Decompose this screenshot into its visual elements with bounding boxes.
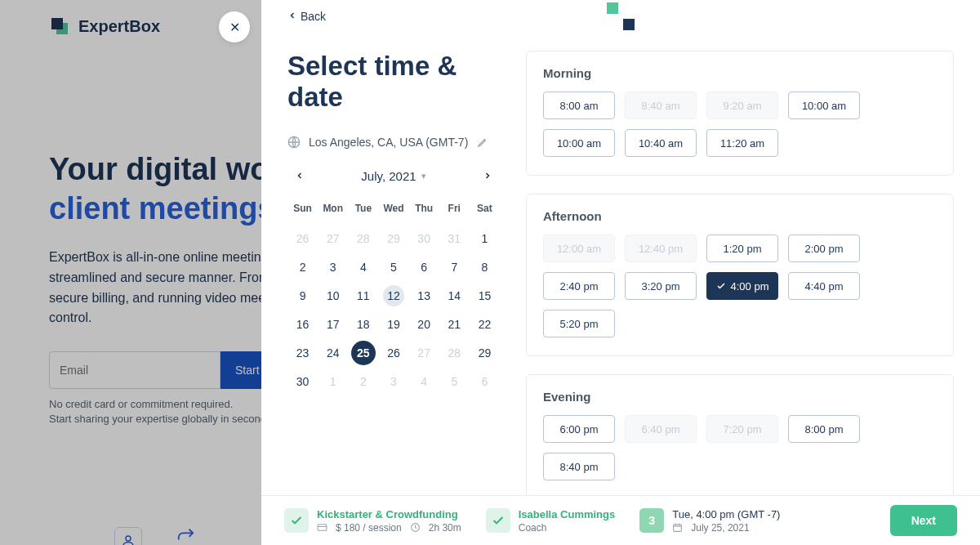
time-group-label: Morning [543, 66, 937, 80]
time-group-label: Evening [543, 390, 937, 404]
time-slot[interactable]: 2:00 pm [788, 235, 860, 262]
timezone-label: Los Angeles, CA, USA (GMT-7) [309, 136, 468, 149]
time-slot[interactable]: 3:20 pm [625, 272, 697, 300]
time-slot: 12:40 pm [625, 235, 697, 262]
time-slot[interactable]: 4:40 pm [788, 272, 860, 300]
calendar-day[interactable]: 13 [409, 281, 439, 310]
calendar-day[interactable]: 23 [287, 338, 318, 367]
time-slot: 6:40 pm [625, 415, 697, 443]
time-slot[interactable]: 8:40 pm [543, 453, 615, 480]
time-slot[interactable]: 8:00 pm [788, 415, 860, 443]
next-button[interactable]: Next [890, 505, 957, 536]
calendar-day[interactable]: 24 [318, 338, 348, 367]
time-slot[interactable]: 10:40 am [625, 129, 697, 157]
calendar-day[interactable]: 30 [287, 367, 318, 395]
calendar-day[interactable]: 18 [348, 310, 378, 338]
time-slot[interactable]: 4:00 pm [706, 272, 778, 300]
calendar-day[interactable]: 11 [348, 281, 378, 310]
calendar-day: 26 [287, 224, 318, 252]
calendar-day[interactable]: 7 [439, 252, 470, 281]
calendar-day[interactable]: 4 [348, 252, 378, 281]
check-icon [486, 508, 510, 533]
calendar-day[interactable]: 10 [318, 281, 348, 310]
booking-modal: Back Select time & date Los Angeles, CA,… [261, 0, 980, 545]
service-price: $ 180 / session [336, 522, 402, 534]
calendar-day[interactable]: 14 [439, 281, 470, 310]
calendar-day[interactable]: 16 [287, 310, 318, 338]
calendar-day: 4 [409, 367, 439, 395]
summary-service: Kickstarter & Crowdfunding $ 180 / sessi… [284, 508, 461, 534]
svg-rect-4 [674, 525, 682, 532]
calendar-day[interactable]: 3 [318, 252, 348, 281]
calendar-day: 29 [378, 224, 408, 252]
calendar-day[interactable]: 2 [287, 252, 318, 281]
calendar-day: 31 [439, 224, 470, 252]
summary-datetime: 3 Tue, 4:00 pm (GMT -7) July 25, 2021 [639, 508, 780, 534]
calendar-day[interactable]: 26 [378, 338, 408, 367]
calendar-month-select[interactable]: July, 2021 ▾ [361, 169, 425, 183]
back-button[interactable]: Back [287, 10, 326, 23]
calendar-day[interactable]: 8 [470, 252, 500, 281]
calendar-day[interactable]: 15 [470, 281, 500, 310]
close-button[interactable]: ✕ [219, 11, 250, 42]
calendar-weekday: Wed [378, 203, 408, 224]
service-duration: 2h 30m [429, 522, 461, 534]
expert-name: Isabella Cummings [519, 508, 615, 520]
time-slot[interactable]: 1:20 pm [706, 235, 778, 262]
timezone-row[interactable]: Los Angeles, CA, USA (GMT-7) [287, 136, 500, 163]
calendar-day[interactable]: 5 [378, 252, 408, 281]
expert-role: Coach [519, 522, 547, 534]
calendar-day: 28 [348, 224, 378, 252]
calendar-weekday: Sun [287, 203, 318, 224]
time-slot[interactable]: 6:00 pm [543, 415, 615, 443]
calendar-day[interactable]: 9 [287, 281, 318, 310]
time-slot[interactable]: 8:00 am [543, 92, 615, 119]
svg-rect-2 [318, 525, 327, 531]
time-group: Afternoon12:00 am12:40 pm1:20 pm2:00 pm2… [526, 194, 954, 356]
chevron-left-icon [287, 10, 297, 23]
calendar-day: 28 [439, 338, 470, 367]
calendar-day[interactable]: 25 [348, 338, 378, 367]
calendar-grid: SunMonTueWedThuFriSat2627282930311234567… [287, 203, 500, 395]
calendar-weekday: Fri [439, 203, 470, 224]
calendar-day: 5 [439, 367, 470, 395]
calendar-day: 3 [378, 367, 408, 395]
calendar-weekday: Tue [348, 203, 378, 224]
calendar-day[interactable]: 12 [378, 281, 408, 310]
time-slot[interactable]: 10:00 am [788, 92, 860, 119]
calendar-weekday: Mon [318, 203, 348, 224]
time-slot: 8:40 am [625, 92, 697, 119]
calendar-day[interactable]: 17 [318, 310, 348, 338]
time-slot[interactable]: 5:20 pm [543, 310, 615, 337]
time-slot[interactable]: 10:00 am [543, 129, 615, 157]
back-label: Back [301, 10, 326, 23]
time-slot-panel: Morning8:00 am8:40 am9:20 am10:00 am10:0… [526, 51, 954, 495]
time-slot[interactable]: 2:40 pm [543, 272, 615, 300]
calendar-day[interactable]: 19 [378, 310, 408, 338]
check-icon [716, 281, 726, 291]
calendar-day: 2 [348, 367, 378, 395]
calendar-day: 1 [318, 367, 348, 395]
time-slot[interactable]: 11:20 am [706, 129, 778, 157]
calendar-day: 27 [409, 338, 439, 367]
close-icon: ✕ [229, 20, 240, 35]
calendar-day[interactable]: 29 [470, 338, 500, 367]
page-title: Select time & date [287, 51, 500, 113]
calendar-day[interactable]: 1 [470, 224, 500, 252]
calendar-icon [672, 522, 683, 533]
calendar-next-button[interactable] [479, 167, 497, 185]
calendar-day[interactable]: 21 [439, 310, 470, 338]
calendar-prev-button[interactable] [291, 167, 309, 185]
calendar-weekday: Thu [409, 203, 439, 224]
calendar-day[interactable]: 22 [470, 310, 500, 338]
calendar-day[interactable]: 20 [409, 310, 439, 338]
time-group-label: Afternoon [543, 209, 937, 223]
time-slot: 12:00 am [543, 235, 615, 262]
pencil-icon[interactable] [476, 136, 489, 149]
time-slot: 9:20 am [706, 92, 778, 119]
chevron-down-icon: ▾ [421, 171, 426, 181]
summary-expert: Isabella Cummings Coach [486, 508, 615, 534]
calendar-day[interactable]: 6 [409, 252, 439, 281]
date-line: July 25, 2021 [691, 522, 749, 534]
summary-bar: Kickstarter & Crowdfunding $ 180 / sessi… [261, 495, 980, 545]
